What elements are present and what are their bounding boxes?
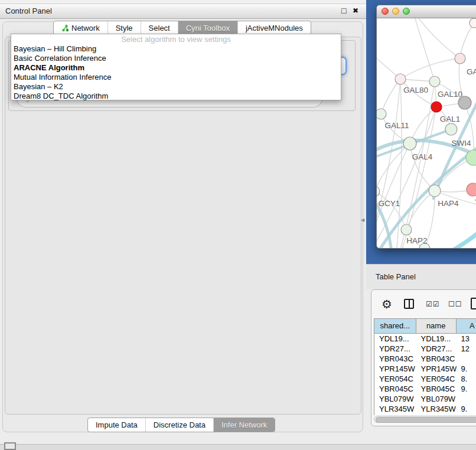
column-header[interactable]: A xyxy=(457,319,476,333)
tab-label: Discretize Data xyxy=(154,418,206,432)
control-panel-titlebar: Control Panel □ ✖ xyxy=(0,4,366,19)
algorithm-option[interactable]: ARACNE Algorithm xyxy=(11,63,341,73)
graph-edge[interactable] xyxy=(400,58,460,79)
table-cell: YDR27... xyxy=(416,344,457,354)
network-view-window[interactable]: GALGAL80GAL10GAL1GAL11SWI4GAL4GCY1HAP4YH… xyxy=(376,5,476,249)
tab-discretize-data[interactable]: Discretize Data xyxy=(146,418,214,432)
table-cell: 9. xyxy=(457,384,476,394)
table-horizontal-scrollbar[interactable] xyxy=(374,416,476,423)
node-table: shared...nameA YDL19...YDL19...13YDR27..… xyxy=(374,318,476,415)
table-row[interactable]: YDL19...YDL19...13 xyxy=(374,334,476,344)
tab-label: Style xyxy=(116,21,133,35)
algorithm-option[interactable]: Bayesian – K2 xyxy=(11,82,341,92)
graph-edge[interactable] xyxy=(412,18,435,81)
table-row[interactable]: YBR045CYBR045C9. xyxy=(374,384,476,394)
tab-cyni-toolbox[interactable]: Cyni Toolbox xyxy=(178,21,238,35)
tab-style[interactable]: Style xyxy=(108,21,141,35)
table-cell: YBR043C xyxy=(374,354,416,364)
graph-node-label: GAL xyxy=(467,67,476,76)
table-cell: 9. xyxy=(457,364,476,374)
graph-node-label: HAP4 xyxy=(438,199,459,208)
column-layout-icon[interactable] xyxy=(404,299,414,309)
table-row[interactable]: YDR27...YDR27...12 xyxy=(374,344,476,354)
column-header[interactable]: name xyxy=(416,319,457,333)
graph-node-label: GCY1 xyxy=(379,199,400,208)
graph-node-label: SWI4 xyxy=(451,139,471,148)
table-cell: 9. xyxy=(457,404,476,414)
graph-node-y-clip[interactable] xyxy=(467,183,476,196)
algorithm-dropdown-hint: Select algorithm to view settings xyxy=(11,34,341,44)
close-icon[interactable]: ✖ xyxy=(353,6,358,15)
table-cell: YBL079W xyxy=(416,394,457,404)
table-row[interactable]: YBL079WYBL079W xyxy=(374,394,476,404)
close-traffic-light-icon[interactable] xyxy=(382,8,389,15)
algorithm-option[interactable]: Dream8 DC_TDC Algorithm xyxy=(11,92,341,101)
table-row[interactable]: YLR345WYLR345W9. xyxy=(374,404,476,414)
table-cell: YBL079W xyxy=(374,394,416,404)
table-cell: YER054C xyxy=(416,374,457,384)
table-cell: YLR345W xyxy=(416,404,457,414)
table-cell xyxy=(457,354,476,364)
table-panel-title: Table Panel xyxy=(376,272,416,281)
select-all-checks-icon[interactable]: ☑☑ xyxy=(426,300,440,308)
float-window-icon[interactable]: □ xyxy=(341,6,346,15)
cyni-bottom-tabbar: Impute DataDiscretize DataInfer Network xyxy=(87,418,275,432)
document-icon[interactable] xyxy=(471,298,476,309)
table-row[interactable]: YBR043CYBR043C xyxy=(374,354,476,364)
minimize-traffic-light-icon[interactable] xyxy=(392,8,399,15)
algorithm-dropdown-popup: Select algorithm to view settings Bayesi… xyxy=(11,34,341,100)
graph-edge[interactable] xyxy=(395,81,435,249)
graph-edge[interactable] xyxy=(412,18,460,58)
tab-label: Impute Data xyxy=(96,418,138,432)
tab-select[interactable]: Select xyxy=(141,21,178,35)
graph-node-label: GAL80 xyxy=(403,86,428,94)
graph-node-gal80[interactable] xyxy=(395,74,406,84)
bottom-strip xyxy=(0,444,476,450)
tab-infer-network[interactable]: Infer Network xyxy=(214,418,275,432)
algorithm-option[interactable]: Bayesian – Hill Climbing xyxy=(11,44,341,54)
tab-label: Cyni Toolbox xyxy=(186,21,230,35)
tab-network[interactable]: Network xyxy=(54,21,108,35)
graph-node-hap4[interactable] xyxy=(429,185,441,197)
tab-impute-data[interactable]: Impute Data xyxy=(88,418,146,432)
table-row[interactable]: YPR145WYPR145W9. xyxy=(374,364,476,374)
table-cell: YDL19... xyxy=(416,334,457,344)
graph-edge[interactable] xyxy=(460,23,474,58)
splitter-collapse-icon[interactable]: ◀ xyxy=(361,217,364,223)
table-horizontal-scrollbar-thumb[interactable] xyxy=(376,417,476,423)
graph-node-gcy1[interactable] xyxy=(377,186,380,197)
deselect-all-checks-icon[interactable]: ☐☐ xyxy=(448,300,462,308)
algorithm-option[interactable]: Mutual Information Inference xyxy=(11,73,341,82)
grip-box[interactable] xyxy=(4,442,16,450)
graph-node-gal4[interactable] xyxy=(403,137,416,150)
graph-node-hap2[interactable] xyxy=(401,224,412,235)
tab-label: jActiveMNodules xyxy=(246,21,303,35)
table-panel-titlebar: Table Panel xyxy=(366,264,476,289)
graph-node-label: HAP2 xyxy=(406,236,427,245)
network-canvas[interactable]: GALGAL80GAL10GAL1GAL11SWI4GAL4GCY1HAP4YH… xyxy=(377,18,476,249)
table-cell: YER054C xyxy=(374,374,416,384)
zoom-traffic-light-icon[interactable] xyxy=(403,8,410,15)
graph-node-gal-clip[interactable] xyxy=(455,53,465,64)
table-cell: YDL19... xyxy=(374,334,416,344)
table-panel: ⚙ ☑☑ ☐☐ shared...nameA YDL19...YDL19...1… xyxy=(371,289,476,426)
graph-node-gal1[interactable] xyxy=(431,102,442,112)
tab-label: Network xyxy=(71,21,100,35)
graph-node-swi4a[interactable] xyxy=(445,123,457,135)
table-cell: 12 xyxy=(457,344,476,354)
table-cell: YIL052C xyxy=(416,414,457,415)
graph-node-gal10[interactable] xyxy=(429,76,440,87)
table-cell: 8. xyxy=(457,374,476,384)
table-cell: YPR145W xyxy=(416,364,457,374)
table-row[interactable]: YIL052CYIL052C9 xyxy=(374,414,476,415)
graph-node-gal11[interactable] xyxy=(377,109,386,119)
network-window-titlebar xyxy=(377,5,476,18)
table-row[interactable]: YER054CYER054C8. xyxy=(374,374,476,384)
table-cell: YIL052C xyxy=(374,414,416,415)
graph-node-n-top[interactable] xyxy=(470,18,476,28)
gear-icon[interactable]: ⚙ xyxy=(382,297,392,311)
column-header[interactable]: shared... xyxy=(374,319,416,333)
algorithm-option[interactable]: Basic Correlation Inference xyxy=(11,54,341,63)
tab-jactivemnodules[interactable]: jActiveMNodules xyxy=(238,21,311,35)
table-cell: YPR145W xyxy=(374,364,416,374)
